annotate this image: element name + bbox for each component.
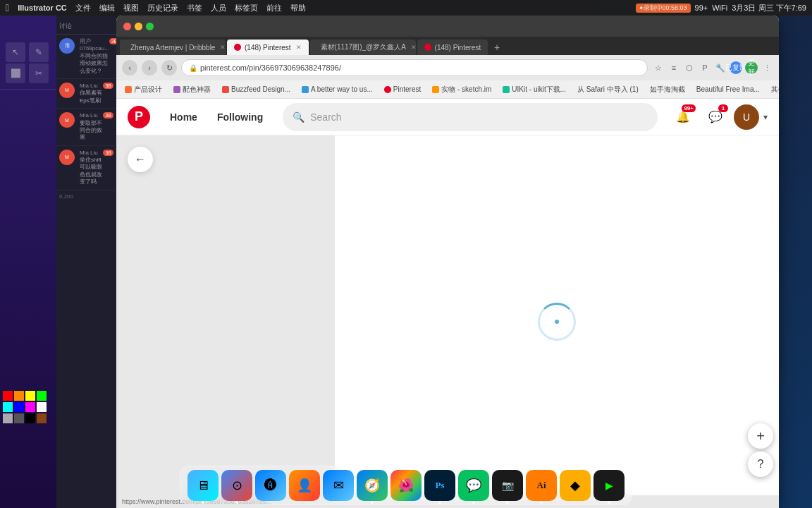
illus-tool-1[interactable]: ↖ [6,42,25,62]
minimize-button[interactable] [135,23,142,30]
bookmark-betterway[interactable]: A better way to us... [299,84,376,95]
dock-photoshop[interactable]: Ps [424,470,455,501]
bookmark-label-8: 从 Safari 中导入 (1) [577,85,639,95]
menu-file[interactable]: 文件 [75,3,91,13]
dock-illustrator[interactable]: Ai [526,470,557,501]
finder-icon: 🖥 [197,478,209,493]
menu-goto[interactable]: 前往 [266,3,282,13]
back-arrow-icon: ← [135,153,146,166]
floating-question-button[interactable]: ? [748,452,773,477]
dock-terminal[interactable]: ▶ [593,470,625,501]
photoshop-icon: Ps [436,480,445,491]
user-avatar[interactable]: U [734,104,759,130]
pin-image-area [116,135,335,508]
tab-pinterest-2[interactable]: (148) Pinterest [417,40,488,55]
notification-bell-button[interactable]: 🔔 99+ [669,103,697,131]
forward-nav-button[interactable]: › [142,60,157,75]
nav-home[interactable]: Home [161,106,206,128]
bookmark-color[interactable]: 配色神器 [171,83,214,96]
illus-tool-4[interactable]: ✂ [29,64,49,83]
bookmark-star-icon[interactable]: ☆ [652,61,665,74]
extension-icon-2[interactable]: P [699,61,711,74]
pinterest-logo[interactable]: P [128,106,150,128]
tab-material[interactable]: 素材(1117图)_@罗久鑫人A ✕ [310,40,416,55]
avatar-3: M [59,112,75,128]
menu-history[interactable]: 历史记录 [147,3,178,13]
app-name[interactable]: Illustrator CC [18,4,67,12]
loading-spinner [538,303,576,341]
tab-pinterest-2-label: (148) Pinterest [435,44,481,52]
sidebar-item-3[interactable]: M Mia Liu 要取部不同合的效果 3B [56,109,116,146]
dock-photos[interactable]: 🌺 [390,470,422,501]
bookmark-pinterest[interactable]: Pinterest [381,84,424,95]
bookmark-unsplash[interactable]: Beautiful Free Ima... [694,84,763,95]
tab-material-close[interactable]: ✕ [411,44,416,51]
tab-pinterest-close[interactable]: ✕ [296,44,302,51]
dock-contacts[interactable]: 👤 [289,470,320,501]
dock-capture[interactable]: 📷 [492,470,523,501]
reader-view-icon[interactable]: ≡ [668,61,680,74]
sidebar-item-1[interactable]: 用 用户0769pcau... 不同合的指滑动效果怎么变化？ 3B [56,35,116,79]
reload-button[interactable]: ↻ [161,60,177,75]
pinterest-search-bar[interactable]: 🔍 Search [283,103,658,131]
menu-tabs[interactable]: 标签页 [235,3,258,13]
menu-edit[interactable]: 编辑 [99,3,115,13]
apple-menu[interactable]:  [6,2,9,13]
notification-badge: 99+ [682,104,696,112]
menu-people[interactable]: 人员 [211,3,226,13]
dock-sketch[interactable]: ◆ [560,470,591,501]
update-button[interactable]: 更新 [745,61,758,74]
sidebar-item-2[interactable]: M Mia Liu 你黑素有Eps笔刷 3B [56,79,116,109]
pinterest-favicon-2 [424,44,431,51]
back-nav-button[interactable]: ‹ [122,60,137,75]
question-icon: ? [758,458,764,471]
menu-help[interactable]: 帮助 [290,3,306,13]
badge-2: 3B [103,83,113,89]
bookmark-label-1: 产品设计 [134,85,162,95]
bookmark-safari-import[interactable]: 从 Safari 中导入 (1) [574,83,641,96]
bookmark-uikit[interactable]: UIKit - uikit下载... [500,83,569,96]
bookmark-product-design[interactable]: 产品设计 [122,83,165,96]
floating-plus-button[interactable]: + [748,423,773,449]
back-button[interactable]: ← [128,147,153,172]
extension-icon-1[interactable]: ⬡ [683,61,696,74]
nav-following[interactable]: Following [209,106,271,128]
illus-tool-2[interactable]: ✎ [29,42,49,62]
capture-icon: 📷 [502,480,514,491]
new-tab-button[interactable]: + [489,40,505,55]
search-placeholder: Search [310,111,648,123]
header-dropdown-chevron[interactable]: ▾ [763,112,768,122]
bookmark-buzzfeed[interactable]: Buzzfeed Design... [219,84,293,95]
signin-button[interactable]: 已复制 [730,61,742,74]
bookmark-other[interactable]: 其他书签 [768,83,779,96]
message-button[interactable]: 💬 1 [701,103,730,131]
message-badge: 1 [718,104,728,112]
pinterest-content: ← ⊕ [116,135,779,508]
bookmark-sketch[interactable]: 实物 - sketch.im [429,83,494,96]
dock-mail[interactable]: ✉ [323,470,354,501]
dock-safari[interactable]: 🧭 [357,470,388,501]
mail-icon: ✉ [333,478,344,493]
close-button[interactable] [123,23,131,30]
dock-finder[interactable]: 🖥 [187,470,219,501]
dock-chrome[interactable]: ⊙ [221,470,252,501]
dock-wechat[interactable]: 💬 [458,470,489,501]
maximize-button[interactable] [146,23,154,30]
chat-text-4: 坐住shift可以吸眼色也就改变了吗 [80,157,103,186]
url-bar[interactable]: 🔒 pinterest.com/pin/366973069638247896/ [181,59,648,76]
tab-dribbble-close[interactable]: ✕ [220,44,226,51]
color-panel [3,391,54,423]
browser-window: Zhenya Artemjev | Dribbble ✕ (148) Pinte… [116,16,779,508]
menu-view[interactable]: 视图 [123,3,139,13]
dock-finder-dot [202,501,204,504]
dock-wechat-dot [472,501,475,504]
illus-tools: ↖ ✎ ⬜ ✂ [3,40,54,86]
menu-bookmarks[interactable]: 书签 [187,3,202,13]
illus-tool-3[interactable]: ⬜ [6,64,25,83]
more-menu-button[interactable]: ⋮ [761,61,773,74]
tab-dribbble[interactable]: Zhenya Artemjev | Dribbble ✕ [120,40,226,55]
dock-appstore[interactable]: 🅐 [255,470,286,501]
tab-pinterest-active[interactable]: (148) Pinterest ✕ [227,40,309,55]
bookmark-shouhaitao[interactable]: 如手海淘截 [647,83,688,96]
sidebar-item-4[interactable]: M Mia Liu 坐住shift可以吸眼色也就改变了吗 3B [56,146,116,190]
